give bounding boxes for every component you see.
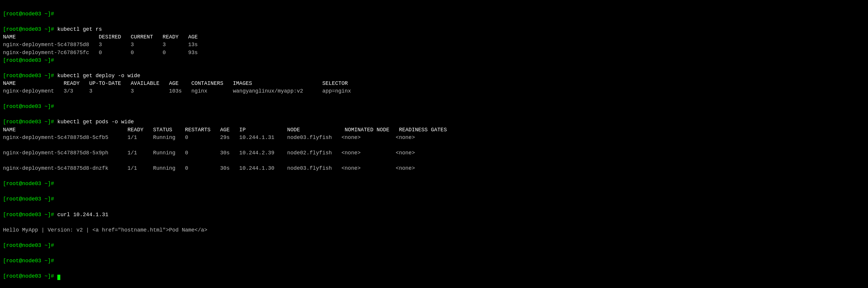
prompt-line-4: [root@node03 ~]# — [3, 73, 57, 79]
pod-row-3: nginx-deployment-5c478875d8-dnzfk 1/1 Ru… — [3, 165, 415, 171]
prompt-line-2: [root@node03 ~]# — [3, 26, 57, 32]
prompt-line-6: [root@node03 ~]# — [3, 119, 57, 125]
prompt-line-8: [root@node03 ~]# — [3, 196, 54, 202]
prompt-line-11: [root@node03 ~]# — [3, 258, 54, 264]
pod-row-2: nginx-deployment-5c478875d8-5x9ph 1/1 Ru… — [3, 150, 415, 156]
command-get-rs: kubectl get rs — [57, 26, 102, 32]
command-get-pods: kubectl get pods -o wide — [57, 119, 134, 125]
prompt-line-3: [root@node03 ~]# — [3, 57, 54, 63]
prompt-line-5: [root@node03 ~]# — [3, 103, 54, 109]
terminal-cursor — [57, 275, 60, 280]
pods-header: NAME READY STATUS RESTARTS AGE IP NODE N… — [3, 127, 447, 133]
rs-row-2: nginx-deployment-7c678675fc 0 0 0 93s — [3, 50, 198, 56]
prompt-line-1: [root@node03 ~]# — [3, 11, 54, 17]
rs-row-1: nginx-deployment-5c478875d8 3 3 3 13s — [3, 42, 198, 47]
prompt-line-10: [root@node03 ~]# — [3, 243, 54, 248]
prompt-line-7: [root@node03 ~]# — [3, 181, 54, 187]
prompt-line-9: [root@node03 ~]# — [3, 212, 57, 218]
command-curl: curl 10.244.1.31 — [57, 212, 108, 218]
prompt-line-12: [root@node03 ~]# — [3, 273, 57, 279]
deploy-header: NAME READY UP-TO-DATE AVAILABLE AGE CONT… — [3, 81, 348, 86]
rs-header: NAME DESIRED CURRENT READY AGE — [3, 34, 198, 40]
deploy-row-1: nginx-deployment 3/3 3 3 103s nginx wang… — [3, 88, 351, 94]
terminal-window: [root@node03 ~]# [root@node03 ~]# kubect… — [3, 2, 865, 280]
command-get-deploy: kubectl get deploy -o wide — [57, 73, 141, 79]
pod-row-1: nginx-deployment-5c478875d8-5cfb5 1/1 Ru… — [3, 134, 415, 140]
curl-output: Hello MyApp | Version: v2 | <a href="hos… — [3, 227, 207, 233]
